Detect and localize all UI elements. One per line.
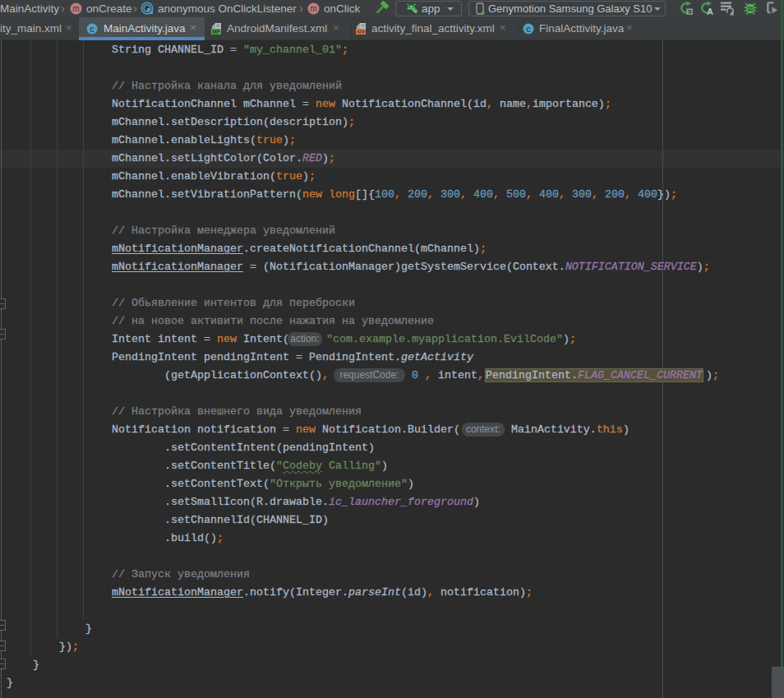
- svg-text:A: A: [707, 7, 713, 16]
- svg-text:C: C: [90, 25, 95, 35]
- svg-text:</>: </>: [357, 29, 365, 35]
- svg-text:C: C: [526, 25, 531, 35]
- svg-text:m: m: [310, 4, 316, 13]
- svg-text:m: m: [72, 4, 79, 13]
- svg-text:MF: MF: [212, 29, 219, 35]
